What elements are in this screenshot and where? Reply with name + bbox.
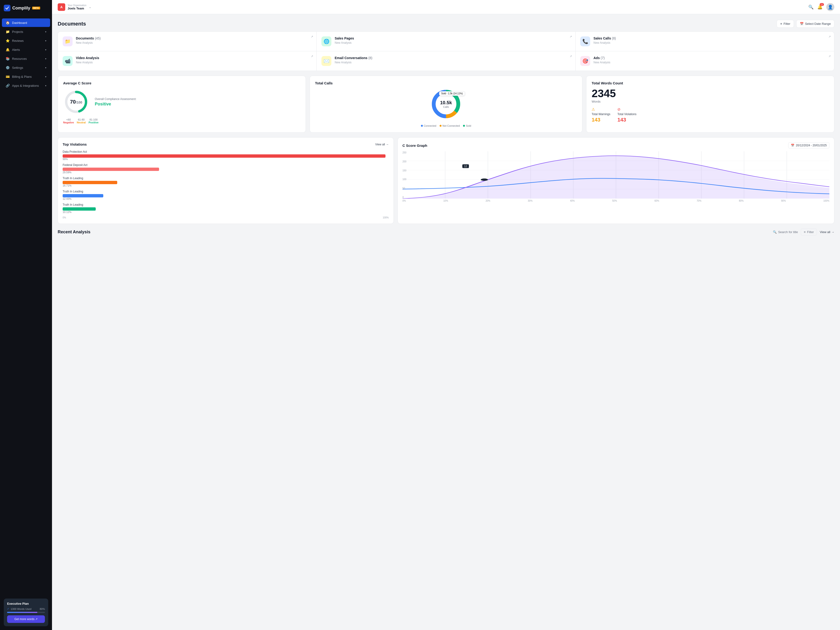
y-label-100: 100 (403, 178, 407, 181)
doc-card-title-email: Email Conversations (8) (335, 56, 570, 60)
warnings-label: Total Warnings (592, 112, 610, 116)
violations-stat: ⊘ Total Violations 143 (617, 107, 636, 123)
words-title: Total Words Count (592, 81, 829, 85)
assessment-label: Overall Compliance Assessment: (95, 97, 136, 101)
graph-card: C Score Graph 📅 20/12/2024 - 20/01/2025 (398, 137, 834, 224)
billing-icon: 💳 (6, 75, 10, 79)
doc-card-video-analysis[interactable]: 📹 Video Analysis New Analysis ↗ (58, 51, 316, 71)
expand-icon-email: ↗ (570, 55, 572, 58)
sidebar-label-alerts: Alerts (12, 48, 20, 52)
sales-pages-icon: 🌐 (321, 36, 332, 46)
sidebar-item-projects[interactable]: 📁 Projects ▾ (2, 27, 50, 36)
cscore-body: 70/100 Overall Compliance Assessment: Po… (63, 89, 300, 115)
graph-tooltip: 12 (462, 164, 469, 168)
sidebar-item-resources[interactable]: 📚 Resources ▾ (2, 54, 50, 63)
cscore-title: Average C Score (63, 81, 300, 85)
org-name: Joels Team (68, 6, 87, 10)
calls-value: 10.5k (440, 100, 452, 106)
warnings-stat: ⚠ Total Warnings 143 (592, 107, 610, 123)
sidebar-item-billing[interactable]: 💳 Billing & Plans ▾ (2, 72, 50, 81)
doc-card-info-email: Email Conversations (8) New Analysis (335, 56, 570, 64)
doc-new-analysis-sales-pages[interactable]: New Analysis (335, 41, 570, 44)
filter-recent-button[interactable]: ≡ Filter (801, 229, 817, 235)
doc-card-documents[interactable]: 📁 Documents (45) New Analysis ↗ (58, 32, 316, 51)
chevron-icon-reviews: ▾ (45, 39, 46, 42)
doc-new-analysis-sales-calls[interactable]: New Analysis (594, 41, 829, 44)
doc-new-analysis-ads[interactable]: New Analysis (594, 61, 829, 64)
get-more-words-button[interactable]: Get more words ↗ (7, 615, 45, 623)
doc-card-ads[interactable]: 🎯 Ads (7) New Analysis ↗ (576, 51, 834, 71)
axis-start: 0% (63, 216, 66, 219)
apps-icon: 🔗 (6, 84, 10, 87)
doc-card-sales-calls[interactable]: 📞 Sales Calls (8) New Analysis ↗ (576, 32, 834, 51)
org-selector[interactable]: A Your Organisation Joels Team ⌄ (58, 3, 91, 11)
violation-row-1: Data Protection Act 99% (63, 150, 389, 161)
sidebar-item-settings[interactable]: ⚙️ Settings ▾ (2, 63, 50, 72)
sidebar: Complily BETA 🏠 Dashboard 📁 Projects ▾ ⭐… (0, 0, 52, 630)
calls-donut: 10.5k Calls Sold - 1.5k (14.11%) (429, 87, 463, 120)
notifications-icon[interactable]: 🔔 11 (817, 5, 823, 10)
doc-card-email[interactable]: ✉️ Email Conversations (8) New Analysis … (317, 51, 575, 71)
view-all-violations[interactable]: View all → (375, 143, 389, 146)
projects-icon: 📁 (6, 30, 10, 33)
violation-name-4: Truth In Leading (63, 190, 389, 193)
plan-usage: ✓ 1300 Words Used 80% (7, 607, 45, 610)
violation-pct-5: 10.12% (63, 211, 389, 213)
violation-bar-wrap-4 (63, 194, 389, 197)
plan-title: Executive Plan (7, 602, 45, 605)
violation-name-2: Federal Deposit Act (63, 163, 389, 167)
violation-bar-wrap-1 (63, 155, 389, 158)
words-card: Total Words Count 2345 Words ⚠ Total War… (586, 76, 834, 133)
video-analysis-icon: 📹 (63, 56, 73, 66)
violation-bar-wrap-5 (63, 207, 389, 211)
sidebar-item-apps[interactable]: 🔗 Apps & Integrations ▾ (2, 81, 50, 90)
recent-actions: 🔍 Search for title ≡ Filter View all → (773, 229, 834, 235)
violations-header: Top Violations View all → (63, 142, 389, 146)
violations-title: Top Violations (63, 142, 87, 146)
graph-date-range[interactable]: 📅 20/12/2024 - 20/01/2025 (788, 142, 829, 148)
view-all-recent-button[interactable]: View all → (819, 230, 834, 234)
label-neutral: Neutral (77, 121, 86, 124)
resources-icon: 📚 (6, 57, 10, 60)
search-icon[interactable]: 🔍 (808, 5, 813, 10)
y-label-150: 150 (403, 169, 407, 172)
graph-area: 12 250 200 150 100 50 0 (403, 151, 829, 199)
doc-new-analysis-email[interactable]: New Analysis (335, 61, 570, 64)
filter-button[interactable]: ≡ Filter (777, 20, 794, 28)
sidebar-label-apps: Apps & Integrations (12, 84, 39, 87)
x-100: 100% (823, 199, 829, 202)
bottom-row: Top Violations View all → Data Protectio… (58, 137, 834, 224)
documents-icon: 📁 (63, 36, 73, 46)
doc-card-sales-pages[interactable]: 🌐 Sales Pages New Analysis ↗ (317, 32, 575, 51)
doc-card-title-documents: Documents (45) (76, 36, 312, 40)
sidebar-label-reviews: Reviews (12, 39, 24, 43)
sidebar-item-reviews[interactable]: ⭐ Reviews ▾ (2, 36, 50, 45)
calendar-icon: 📅 (800, 22, 804, 25)
progress-fill (7, 612, 37, 613)
sidebar-item-dashboard[interactable]: 🏠 Dashboard (2, 19, 50, 27)
date-range-button[interactable]: 📅 Select Date Range (796, 20, 834, 28)
search-icon-recent: 🔍 (773, 230, 777, 234)
dot-sold (463, 125, 465, 127)
documents-section-header: Documents ≡ Filter 📅 Select Date Range (58, 20, 834, 28)
sidebar-item-alerts[interactable]: 🔔 Alerts ▾ (2, 46, 50, 54)
avatar[interactable]: 👤 (826, 3, 834, 11)
warnings-value: 143 (592, 117, 610, 123)
calendar-graph-icon: 📅 (791, 144, 794, 147)
violation-pct-4: 12.43% (63, 197, 389, 200)
expand-icon-video: ↗ (311, 55, 313, 58)
org-icon: A (58, 3, 65, 11)
org-info: Your Organisation Joels Team (68, 4, 87, 10)
violation-pct-3: 16.71% (63, 184, 389, 187)
search-title-button[interactable]: 🔍 Search for title (773, 230, 798, 234)
reviews-icon: ⭐ (6, 39, 10, 43)
header-actions: ≡ Filter 📅 Select Date Range (777, 20, 834, 28)
calls-tooltip: Sold - 1.5k (14.11%) (439, 91, 465, 96)
logo: Complily BETA (0, 0, 52, 16)
expand-icon-sales-calls: ↗ (829, 35, 831, 38)
filter-label: Filter (783, 22, 790, 25)
doc-new-analysis-documents[interactable]: New Analysis (76, 41, 312, 44)
arrow-icon: → (386, 143, 389, 146)
doc-new-analysis-video[interactable]: New Analysis (76, 61, 312, 64)
ads-count: (7) (601, 56, 605, 60)
